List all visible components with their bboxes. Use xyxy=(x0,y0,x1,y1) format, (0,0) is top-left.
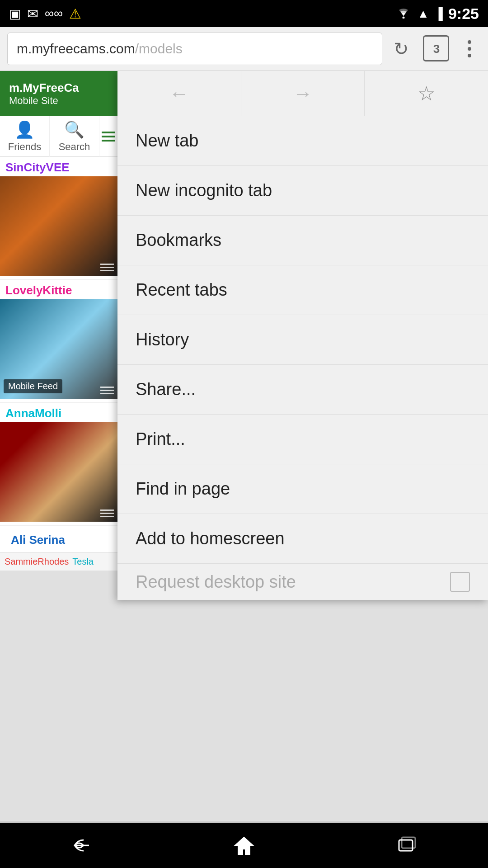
url-path: /models xyxy=(135,41,183,57)
request-desktop-checkbox[interactable] xyxy=(450,572,470,592)
status-bar-right: ▲ ▐ 9:25 xyxy=(395,5,479,23)
bookmark-button[interactable]: ☆ xyxy=(365,71,488,116)
wifi-icon xyxy=(395,6,412,22)
webpage-content: m.MyFreeCa Mobile Site 👤 Friends 🔍 Searc… xyxy=(0,71,488,821)
forward-icon: → xyxy=(293,82,313,105)
menu-item-new-incognito[interactable]: New incognito tab xyxy=(117,166,488,216)
signal-icon: ▲ xyxy=(418,7,429,21)
svg-marker-1 xyxy=(235,837,253,854)
menu-item-new-tab[interactable]: New tab xyxy=(117,116,488,166)
svg-point-0 xyxy=(402,16,404,19)
status-bar-left: ▣ ✉ ∞∞ ⚠ xyxy=(9,6,81,22)
mobile-feed-badge: Mobile Feed xyxy=(4,379,62,393)
back-button[interactable]: ← xyxy=(117,71,241,116)
model-name-aliserina[interactable]: Ali Serina xyxy=(5,529,112,549)
bookmark-icon: ☆ xyxy=(418,82,435,105)
model-thumb-lovelykittie: Mobile Feed xyxy=(0,299,117,399)
system-home-button[interactable] xyxy=(226,832,262,859)
url-bar[interactable]: m.myfreecams.com /models xyxy=(7,33,382,65)
strip-name-sammie: SammieRhodes xyxy=(5,557,69,567)
voicemail-icon: ∞∞ xyxy=(45,6,63,21)
forward-button[interactable]: → xyxy=(241,71,365,116)
site-title: m.MyFreeCa xyxy=(9,81,79,95)
model-thumb-annamolli xyxy=(0,422,117,522)
model-name-annamolli[interactable]: AnnaMolli xyxy=(0,403,117,422)
dot1 xyxy=(468,40,471,44)
dropdown-menu[interactable]: ← → ☆ New tab New incognito tab Bookmark… xyxy=(117,71,488,600)
mail-icon: ✉ xyxy=(27,6,38,22)
browser-chrome: m.myfreecams.com /models ↻ 3 xyxy=(0,27,488,71)
warning-icon: ⚠ xyxy=(69,6,81,22)
reload-button[interactable]: ↻ xyxy=(388,35,415,62)
reload-icon: ↻ xyxy=(394,38,409,59)
model-thumb-sincity xyxy=(0,176,117,276)
thumb-menu-icon-2 xyxy=(100,387,114,394)
model-card-annamolli: AnnaMolli xyxy=(0,403,117,526)
bottom-strip: SammieRhodes Tesla xyxy=(0,552,117,571)
thumb-menu-icon-3 xyxy=(100,509,114,517)
friends-nav-item[interactable]: 👤 Friends xyxy=(0,116,50,157)
strip-name-tesla: Tesla xyxy=(72,557,94,567)
model-card-sincity: SinCityVEE xyxy=(0,157,117,280)
tabs-icon: 3 xyxy=(425,37,448,61)
nav-row: 👤 Friends 🔍 Search xyxy=(0,116,117,157)
model-name-sincityvee[interactable]: SinCityVEE xyxy=(0,157,117,176)
friends-icon: 👤 xyxy=(14,120,35,139)
more-menu-button[interactable] xyxy=(458,35,481,62)
dot2 xyxy=(468,47,471,51)
status-time: 9:25 xyxy=(448,5,479,23)
url-domain: m.myfreecams.com xyxy=(17,41,135,57)
hamburger-green-icon xyxy=(102,132,115,142)
url-bar-row: m.myfreecams.com /models ↻ 3 xyxy=(0,27,488,71)
menu-nav-item[interactable] xyxy=(99,116,117,157)
back-icon: ← xyxy=(169,82,189,105)
model-card-lovelykittie: LovelyKittie Mobile Feed xyxy=(0,280,117,403)
system-back-button[interactable] xyxy=(63,832,99,859)
site-header: m.MyFreeCa Mobile Site xyxy=(0,71,117,116)
menu-item-share[interactable]: Share... xyxy=(117,365,488,415)
menu-item-recent-tabs[interactable]: Recent tabs xyxy=(117,265,488,315)
dot3 xyxy=(468,54,471,57)
search-icon: 🔍 xyxy=(64,120,84,139)
system-nav-bar xyxy=(0,823,488,868)
menu-item-history[interactable]: History xyxy=(117,315,488,365)
search-nav-item[interactable]: 🔍 Search xyxy=(50,116,99,157)
image-icon: ▣ xyxy=(9,6,21,21)
model-name-lovelykittie[interactable]: LovelyKittie xyxy=(0,280,117,299)
menu-item-request-desktop-partial[interactable]: Request desktop site xyxy=(117,564,488,600)
model-card-aliserina-partial: Ali Serina xyxy=(0,526,117,552)
thumb-menu-icon xyxy=(100,264,114,271)
system-recents-button[interactable] xyxy=(389,832,425,859)
site-content: m.MyFreeCa Mobile Site 👤 Friends 🔍 Searc… xyxy=(0,71,117,571)
search-label: Search xyxy=(59,141,90,153)
status-bar: ▣ ✉ ∞∞ ⚠ ▲ ▐ 9:25 xyxy=(0,0,488,27)
battery-icon: ▐ xyxy=(435,7,443,21)
menu-item-bookmarks[interactable]: Bookmarks xyxy=(117,216,488,265)
site-sub: Mobile Site xyxy=(9,95,79,107)
menu-item-add-homescreen[interactable]: Add to homescreen xyxy=(117,514,488,564)
menu-item-print[interactable]: Print... xyxy=(117,415,488,464)
friends-label: Friends xyxy=(8,141,41,153)
tabs-button[interactable]: 3 xyxy=(420,33,453,65)
menu-item-find-in-page[interactable]: Find in page xyxy=(117,464,488,514)
nav-arrows-row: ← → ☆ xyxy=(117,71,488,116)
